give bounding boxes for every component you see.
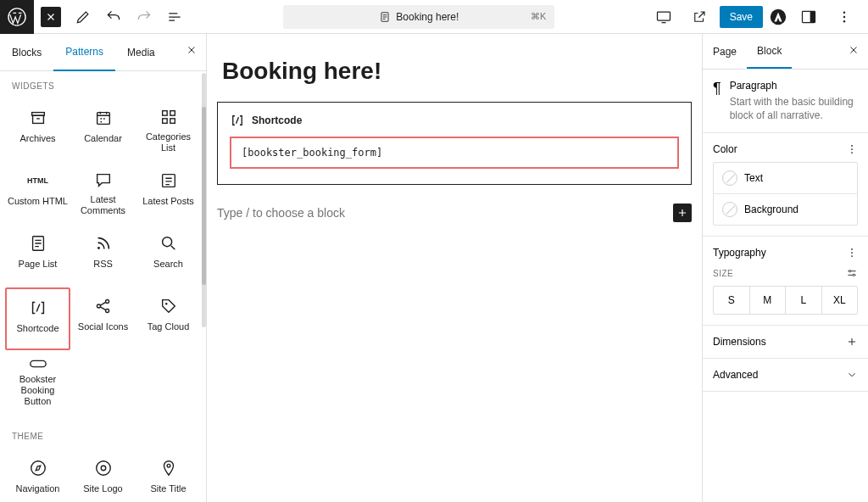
svg-point-30 [101, 466, 106, 471]
inserter-scrollbar[interactable] [202, 73, 206, 327]
more-options-icon[interactable] [846, 143, 858, 155]
shortcode-icon [28, 298, 48, 318]
block-search[interactable]: Search [136, 225, 201, 287]
more-options-icon[interactable] [829, 2, 860, 32]
block-navigation[interactable]: Navigation [5, 449, 70, 502]
svg-point-13 [103, 118, 105, 120]
block-custom-html[interactable]: HTML Custom HTML [5, 162, 70, 225]
tab-page[interactable]: Page [703, 36, 747, 68]
document-title-pill[interactable]: Booking here! ⌘K [283, 5, 554, 29]
swatch-icon [722, 202, 737, 217]
calendar-icon [93, 108, 114, 128]
keyboard-hint: ⌘K [531, 11, 546, 22]
block-categories-list[interactable]: Categories List [136, 99, 201, 162]
swatch-icon [722, 170, 737, 186]
topbar: Booking here! ⌘K Save [0, 0, 868, 34]
block-archives[interactable]: Archives [5, 99, 70, 162]
document-outline-icon[interactable] [159, 2, 190, 32]
svg-rect-15 [162, 111, 167, 116]
svg-point-37 [851, 256, 853, 258]
tab-blocks[interactable]: Blocks [0, 35, 53, 70]
svg-point-35 [851, 248, 853, 250]
block-tag-cloud[interactable]: Tag Cloud [136, 287, 201, 350]
button-icon [28, 359, 48, 369]
tab-patterns[interactable]: Patterns [53, 34, 115, 71]
svg-point-28 [31, 461, 45, 476]
size-label: SIZE [713, 269, 733, 278]
size-xl[interactable]: XL [822, 287, 858, 314]
shortcode-block[interactable]: Shortcode [217, 102, 692, 185]
block-site-logo[interactable]: Site Logo [70, 449, 136, 502]
dimensions-section[interactable]: Dimensions [703, 326, 868, 359]
block-latest-comments[interactable]: Latest Comments [70, 162, 136, 225]
shortcode-icon [230, 113, 245, 128]
undo-icon[interactable] [98, 2, 129, 32]
svg-point-36 [851, 253, 853, 254]
wordpress-logo[interactable] [0, 0, 34, 34]
add-block-button[interactable] [673, 204, 692, 222]
svg-point-25 [105, 309, 108, 312]
section-widgets: WIDGETS [0, 71, 206, 96]
block-social-icons[interactable]: Social Icons [70, 287, 136, 350]
tools-edit-icon[interactable] [68, 2, 98, 32]
size-l[interactable]: L [786, 287, 822, 314]
share-icon [93, 296, 114, 316]
advanced-title: Advanced [713, 369, 758, 381]
color-background-row[interactable]: Background [714, 194, 857, 225]
editor-canvas: Booking here! Shortcode Type / to choose… [207, 34, 702, 502]
font-size-picker: S M L XL [713, 286, 858, 315]
svg-point-8 [843, 20, 845, 22]
settings-panel-icon[interactable] [793, 2, 824, 32]
svg-point-21 [97, 247, 100, 249]
topbar-center: Booking here! ⌘K [190, 5, 648, 29]
svg-rect-17 [162, 119, 167, 124]
close-icon[interactable] [186, 44, 198, 56]
document-title: Booking here! [396, 11, 459, 23]
color-text-row[interactable]: Text [714, 163, 857, 194]
sitelogo-icon [93, 458, 114, 478]
close-inserter-button[interactable] [41, 7, 61, 27]
tab-block[interactable]: Block [747, 35, 792, 69]
close-icon[interactable] [848, 44, 860, 56]
chevron-down-icon [846, 369, 858, 381]
grid-icon [159, 108, 179, 126]
block-rss[interactable]: RSS [70, 225, 136, 287]
external-link-icon[interactable] [684, 2, 715, 32]
redo-icon[interactable] [129, 2, 159, 32]
typography-section-title: Typography [713, 247, 766, 259]
svg-rect-10 [32, 115, 43, 123]
advanced-section[interactable]: Advanced [703, 359, 868, 392]
more-options-icon[interactable] [846, 247, 858, 259]
astra-icon[interactable] [768, 7, 788, 27]
block-latest-posts[interactable]: Latest Posts [136, 162, 201, 225]
svg-rect-27 [30, 360, 45, 366]
dimensions-title: Dimensions [713, 336, 766, 348]
block-calendar[interactable]: Calendar [70, 99, 136, 162]
color-section: Color Text Background [703, 133, 868, 237]
settings-sliders-icon[interactable] [846, 267, 858, 279]
svg-point-33 [851, 149, 853, 151]
tab-media[interactable]: Media [115, 35, 167, 70]
view-desktop-icon[interactable] [648, 2, 679, 32]
page-title[interactable]: Booking here! [207, 58, 702, 102]
typography-section: Typography SIZE S M L XL [703, 237, 868, 326]
pagelist-icon [28, 233, 48, 254]
pin-icon [159, 458, 179, 478]
settings-sidebar: Page Block ¶ Paragraph Start with the ba… [702, 34, 868, 502]
block-bookster-button[interactable]: Bookster Booking Button [5, 350, 70, 413]
save-button[interactable]: Save [720, 6, 763, 28]
block-prompt[interactable]: Type / to choose a block [217, 206, 345, 220]
svg-point-6 [843, 11, 845, 13]
size-m[interactable]: M [750, 287, 787, 314]
svg-point-34 [851, 153, 853, 154]
block-site-title[interactable]: Site Title [136, 449, 201, 502]
size-s[interactable]: S [714, 287, 750, 314]
main: Blocks Patterns Media WIDGETS Archives C… [0, 34, 868, 502]
shortcode-block-header: Shortcode [230, 113, 679, 128]
block-page-list[interactable]: Page List [5, 225, 70, 287]
svg-point-31 [167, 464, 170, 467]
svg-point-38 [849, 271, 851, 272]
shortcode-input[interactable] [233, 140, 676, 165]
color-section-title: Color [713, 143, 737, 155]
block-shortcode[interactable]: Shortcode [5, 287, 70, 350]
